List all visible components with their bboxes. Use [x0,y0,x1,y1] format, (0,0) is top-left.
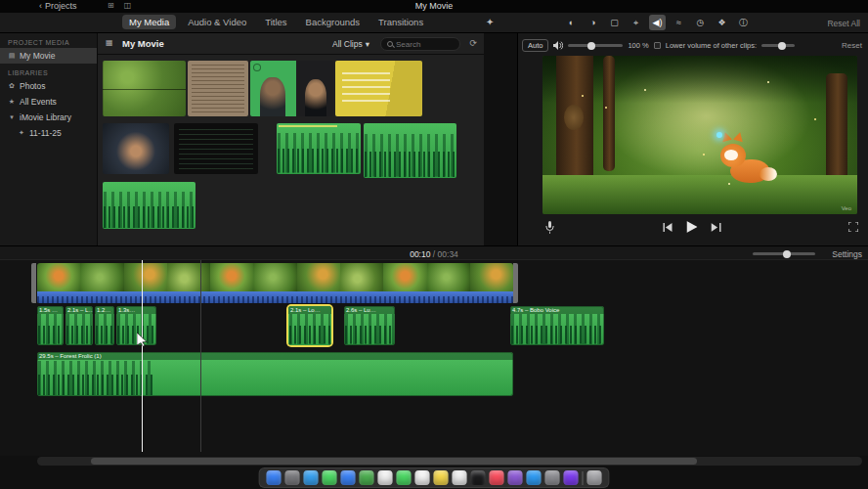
safari-dock-icon[interactable] [304,470,319,485]
media-thumbnail-audio[interactable] [103,182,195,229]
media-thumbnail-talking-head[interactable] [103,123,169,174]
settings-dock-icon[interactable] [545,470,560,485]
filters-icon[interactable]: ❖ [714,15,730,30]
audio-clip-selected[interactable]: 2.1s – Lo… [288,306,331,345]
background-music-clip[interactable]: 29.5s – Forest Frolic (1) [37,352,513,396]
media-thumbnail-video[interactable] [103,61,186,116]
microphone-icon[interactable] [545,221,554,235]
clip-title-strip [279,125,337,127]
sidebar-item-imovie-library[interactable]: ▾ iMovie Library [0,110,97,125]
play-button[interactable] [687,221,698,233]
playback-controls [522,219,862,239]
clip-trim-handle-right[interactable] [513,263,518,303]
import-media-icon[interactable]: ⊞ [108,1,114,10]
timeline[interactable]: 1.5s … 2.1s – L… 1.2… 1.3s… 2.1s – Lo… 2… [0,260,868,456]
sidebar-item-photos[interactable]: ✿ Photos [0,78,97,94]
finder-dock-icon[interactable] [267,470,282,485]
audio-clip[interactable]: 2.1s – L… [65,306,93,345]
mail-dock-icon[interactable] [341,470,356,485]
info-icon[interactable]: ⓘ [735,15,752,30]
fullscreen-icon[interactable] [848,222,858,232]
volume-icon[interactable]: ◀) [649,15,666,30]
back-to-projects-button[interactable]: ‹ Projects [39,1,77,11]
horizontal-scrollbar[interactable] [37,457,862,466]
clip-trim-handle-left[interactable] [31,263,36,303]
glowing-butterfly [716,132,722,138]
audio-clip[interactable]: 4.7s – Bobo Voice [510,306,604,345]
tv-dock-icon[interactable] [471,470,486,485]
launchpad-dock-icon[interactable] [285,470,300,485]
grid-view-icon[interactable]: ▦ [106,38,113,47]
podcasts-dock-icon[interactable] [508,470,523,485]
notes-dock-icon[interactable] [434,470,449,485]
media-thumbnail-document[interactable] [188,61,248,116]
trash-dock-icon[interactable] [587,470,602,485]
volume-slider-knob[interactable] [587,42,595,50]
video-clip-filmstrip[interactable] [37,263,513,291]
video-preview[interactable]: Veo [542,56,857,214]
filmstrip-frame [124,263,167,291]
audio-clip[interactable]: 2.6s – Lu… [344,306,395,345]
volume-slider[interactable] [568,44,623,47]
zoom-slider-knob[interactable] [783,250,791,258]
sidebar-item-my-movie[interactable]: ▤ My Movie [0,48,97,64]
imovie-dock-icon[interactable] [564,470,579,485]
filmstrip-frame [253,263,296,291]
facetime-dock-icon[interactable] [397,470,412,485]
audio-clip[interactable]: 1.2… [95,306,114,345]
timeline-header: 00:10 / 00:34 Settings [0,245,868,260]
media-thumbnail-screen-recording[interactable] [174,123,258,174]
music-dock-icon[interactable] [490,470,504,485]
enhance-wand-icon[interactable]: ✦ [486,17,494,27]
maps-dock-icon[interactable] [360,470,374,485]
color-correction-icon[interactable]: ◑ [585,15,601,30]
clip-label: 1.3s… [116,306,156,314]
reset-all-button[interactable]: Reset All [827,19,860,28]
ducking-slider[interactable] [761,44,795,47]
video-audio-track[interactable] [37,291,513,303]
messages-dock-icon[interactable] [323,470,337,485]
tab-transitions[interactable]: Transitions [371,15,430,29]
panel-divider [517,33,518,245]
color-balance-icon[interactable]: ◐ [563,15,580,30]
tab-titles[interactable]: Titles [258,15,293,29]
media-thumbnail-audio[interactable] [277,123,361,174]
skip-forward-button[interactable] [712,223,722,232]
skip-back-button[interactable] [663,223,673,232]
ducking-slider-knob[interactable] [778,42,786,50]
media-thumbnail-greenscreen[interactable] [250,61,333,116]
noise-reduction-icon[interactable]: ≈ [671,15,687,30]
stabilization-icon[interactable]: ⌖ [628,15,644,30]
app-store-dock-icon[interactable] [527,470,542,485]
search-input[interactable] [396,40,451,49]
forest-ground [542,175,857,214]
photos-dock-icon[interactable] [378,470,393,485]
tab-my-media[interactable]: My Media [122,15,176,29]
crop-icon[interactable]: ▢ [606,15,623,30]
media-thumbnail-slide[interactable] [335,61,422,116]
clip-filter-dropdown[interactable]: All Clips ▾ [332,39,369,49]
sidebar-item-event-11-11-25[interactable]: ✦ 11-11-25 [0,125,97,141]
clip-label: 2.1s – L… [65,306,93,314]
filmstrip-frame [427,263,470,291]
search-box[interactable] [380,37,460,51]
share-icon[interactable]: ◫ [124,1,132,10]
keyword-badge [253,64,261,71]
transport-buttons [663,221,722,233]
auto-volume-button[interactable]: Auto [522,39,548,52]
timeline-settings-button[interactable]: Settings [832,249,862,259]
tab-audio-video[interactable]: Audio & Video [181,15,253,29]
refresh-icon[interactable]: ⟳ [469,38,477,48]
timeline-zoom-slider[interactable] [753,252,815,255]
media-thumbnail-audio[interactable] [364,123,456,178]
speed-icon[interactable]: ◷ [692,15,709,30]
lower-volume-checkbox[interactable] [654,42,661,49]
sidebar-item-all-events[interactable]: ★ All Events [0,94,97,110]
calendar-dock-icon[interactable] [415,470,430,485]
playhead[interactable] [142,260,143,452]
scrollbar-thumb[interactable] [91,458,697,465]
reminders-dock-icon[interactable] [453,470,467,485]
volume-reset-button[interactable]: Reset [842,41,862,50]
audio-clip[interactable]: 1.5s … [37,306,64,345]
tab-backgrounds[interactable]: Backgrounds [299,15,367,29]
